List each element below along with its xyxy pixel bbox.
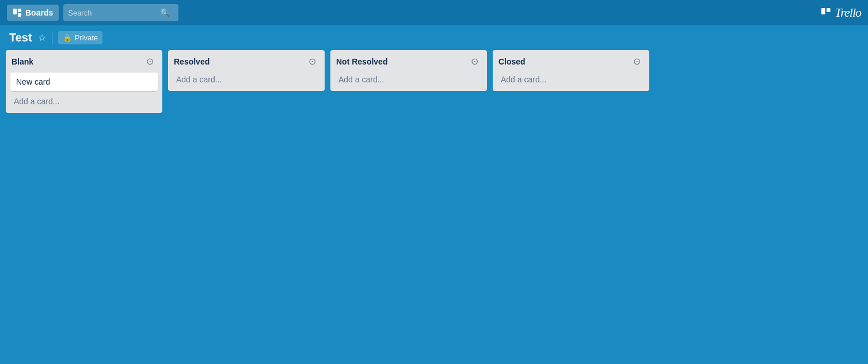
svg-rect-2 [18,13,21,17]
search-icon: 🔍 [160,8,170,17]
list-header-closed: Closed⊙ [497,55,645,68]
svg-rect-3 [821,8,825,14]
list-blank: Blank⊙New cardAdd a card... [6,50,162,113]
navbar: Boards 🔍 Trello [0,0,868,25]
lock-icon: 🔒 [63,33,72,42]
privacy-badge[interactable]: 🔒 Private [58,31,102,44]
list-menu-button-not-resolved[interactable]: ⊙ [468,55,481,68]
list-menu-button-resolved[interactable]: ⊙ [306,55,319,68]
add-card-link-resolved[interactable]: Add a card... [173,73,320,86]
list-closed: Closed⊙Add a card... [493,50,649,91]
list-title-not-resolved: Not Resolved [336,57,387,66]
list-title-blank: Blank [12,57,33,66]
list-menu-button-blank[interactable]: ⊙ [143,55,157,68]
add-card-link-closed[interactable]: Add a card... [497,73,645,86]
trello-logo: Trello [821,5,861,20]
list-header-resolved: Resolved⊙ [173,55,320,68]
list-not-resolved: Not Resolved⊙Add a card... [330,50,487,91]
board-title: Test [9,31,32,44]
board-header: Test ☆ 🔒 Private [0,25,868,50]
lists-area: Blank⊙New cardAdd a card...Resolved⊙Add … [0,50,868,119]
star-icon[interactable]: ☆ [38,32,46,43]
privacy-label: Private [75,33,98,42]
search-bar: 🔍 [63,4,178,21]
boards-button[interactable]: Boards [7,5,59,21]
boards-label: Boards [25,8,53,17]
add-card-link-not-resolved[interactable]: Add a card... [335,73,482,86]
list-title-closed: Closed [498,57,526,66]
list-menu-button-closed[interactable]: ⊙ [630,55,644,68]
board-icon [13,8,22,17]
svg-rect-4 [827,8,831,12]
list-header-blank: Blank⊙ [10,55,158,68]
search-input[interactable] [68,9,160,17]
svg-rect-0 [13,9,17,14]
header-divider [52,32,52,44]
list-title-resolved: Resolved [174,57,210,66]
logo-text: Trello [835,5,861,20]
svg-rect-1 [18,9,21,12]
list-resolved: Resolved⊙Add a card... [168,50,325,91]
list-header-not-resolved: Not Resolved⊙ [335,55,482,68]
card-blank-0[interactable]: New card [10,73,158,91]
trello-logo-icon [821,7,831,18]
add-card-link-blank[interactable]: Add a card... [10,94,158,108]
